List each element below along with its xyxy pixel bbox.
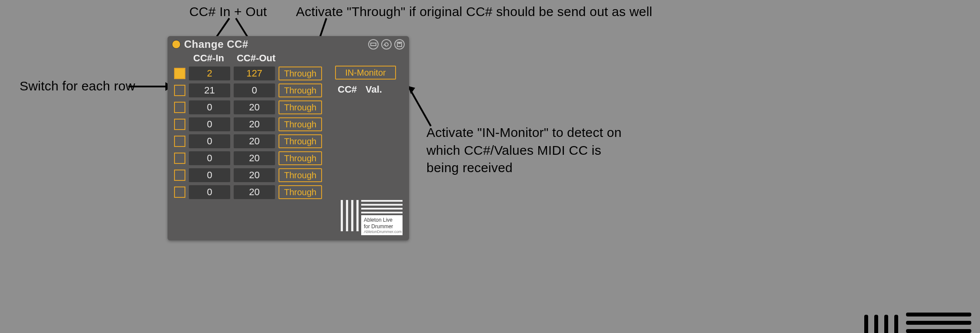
monitor-labels: CC# Val. [335,84,403,95]
svg-rect-10 [398,42,401,44]
through-button[interactable]: Through [279,100,322,114]
device-body: CC#-In CC#-Out 2 127 Through 21 0 Throug… [168,53,409,207]
cc-row: 0 20 Through [174,168,322,182]
cc-headers: CC#-In CC#-Out [188,53,322,64]
cc-out-value[interactable]: 20 [234,168,275,182]
through-button[interactable]: Through [279,83,322,97]
device-title: Change CC# [184,38,365,50]
annotation-switch-row: Switch for each row [20,79,135,93]
device-titlebar: Change CC# [168,36,409,53]
cc-row: 21 0 Through [174,83,322,97]
row-switch[interactable] [174,102,185,113]
cc-row: 2 127 Through [174,67,322,80]
save-preset-icon[interactable] [394,39,405,50]
cc-in-value[interactable]: 2 [189,67,230,80]
annotation-in-monitor: Activate "IN-Monitor" to detect on which… [426,124,635,177]
through-button[interactable]: Through [279,168,322,182]
header-cc-in: CC#-In [188,53,229,64]
cc-in-value[interactable]: 0 [189,134,230,148]
cc-row: 0 20 Through [174,134,322,148]
cc-out-value[interactable]: 127 [234,67,275,80]
through-button[interactable]: Through [279,117,322,131]
cc-out-value[interactable]: 20 [234,134,275,148]
cc-row: 0 20 Through [174,151,322,165]
logo-ableton-drummer: Ableton Live for Drummer AbletonDrummer.… [341,200,403,235]
cc-out-value[interactable]: 20 [234,185,275,199]
arrow-in-monitor [405,83,457,130]
device-change-cc: Change CC# CC#-In CC#-Out 2 127 [168,36,409,240]
through-button[interactable]: Through [279,185,322,199]
annotation-cc-in-out: CC# In + Out [189,4,267,19]
logo-bars-icon [341,200,359,235]
row-switch[interactable] [174,85,185,96]
through-button[interactable]: Through [279,67,322,80]
device-power-toggle[interactable] [172,40,181,49]
cc-in-value[interactable]: 0 [189,117,230,131]
cc-out-value[interactable]: 20 [234,117,275,131]
cc-row: 0 20 Through [174,117,322,131]
cc-in-value[interactable]: 0 [189,168,230,182]
cc-in-value[interactable]: 0 [189,151,230,165]
through-button[interactable]: Through [279,151,322,165]
logo-line2: for Drummer [364,223,400,230]
monitor-cc-label: CC# [338,84,357,95]
monitor-val-label: Val. [366,84,382,95]
row-switch[interactable] [174,68,185,79]
device-title-icons [368,39,405,50]
row-switch[interactable] [174,170,185,181]
row-switch[interactable] [174,119,185,130]
fold-icon[interactable] [368,39,379,50]
logo-lines-icon [361,200,403,213]
arrow-switch-row [128,86,165,87]
through-button[interactable]: Through [279,134,322,148]
row-switch[interactable] [174,153,185,164]
cc-in-value[interactable]: 0 [189,100,230,114]
cc-mapping-block: CC#-In CC#-Out 2 127 Through 21 0 Throug… [174,53,322,202]
logo-line1: Ableton Live [364,217,400,223]
logo-text: Ableton Live for Drummer AbletonDrummer.… [361,215,403,235]
header-cc-out: CC#-Out [235,53,277,64]
cc-out-value[interactable]: 0 [234,83,275,97]
annotation-through: Activate "Through" if original CC# shoul… [296,4,652,19]
row-switch[interactable] [174,136,185,147]
cc-out-value[interactable]: 20 [234,100,275,114]
row-switch[interactable] [174,186,185,198]
hot-swap-icon[interactable] [381,39,392,50]
cc-out-value[interactable]: 20 [234,151,275,165]
logo-line3: AbletonDrummer.com [364,230,400,234]
cc-row: 0 20 Through [174,100,322,114]
cc-in-value[interactable]: 21 [189,83,230,97]
cc-in-value[interactable]: 0 [189,185,230,199]
monitor-block: IN-Monitor CC# Val. [335,53,403,202]
in-monitor-button[interactable]: IN-Monitor [335,66,396,80]
svg-rect-8 [371,43,376,46]
cc-row: 0 20 Through [174,185,322,199]
corner-watermark [864,313,971,333]
